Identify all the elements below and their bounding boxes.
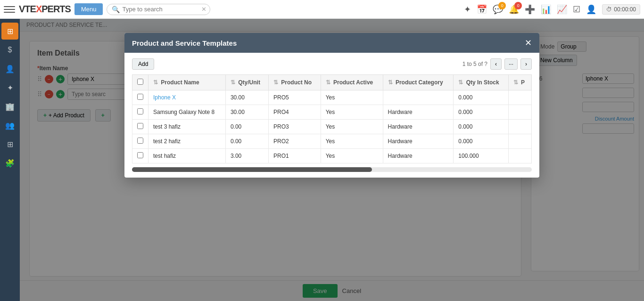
col-product-active: ⇅ Product Active [321,75,383,90]
table-row: Iphone X30.00PRO5Yes0.000 [132,90,532,105]
row-product-name-2: test 3 hafiz [149,120,226,134]
sort-icon-product-active: ⇅ [326,79,330,86]
row-active-1: Yes [321,105,383,120]
row-product_no-3: PRO2 [269,134,321,149]
sidebar-item-users[interactable]: 👥 [1,117,18,134]
row-checkbox-4[interactable] [137,152,143,158]
search-bar: 🔍 ✕ [107,4,210,15]
search-input[interactable] [122,6,201,13]
sort-icon-product-name: ⇅ [153,79,158,86]
nav-user-icon[interactable]: 👤 [586,4,596,15]
timer-icon: ⏱ [606,6,612,13]
modal-overlay: Product and Service Templates ✕ Add 1 to… [20,19,644,301]
select-all-checkbox[interactable] [137,79,143,85]
sidebar-item-profile[interactable]: 👤 [1,60,18,77]
row-category-1: Hardware [383,105,454,120]
col-product-active-label: Product Active [333,79,373,86]
nav-check-icon[interactable]: ☑ [573,4,580,15]
col-product-category-label: Product Category [396,79,443,86]
row-qty_stock-2: 0.000 [454,120,508,134]
sidebar-item-puzzle[interactable]: 🧩 [1,155,18,171]
col-product-no-label: Product No [281,79,312,86]
modal-table: ⇅ Product Name ⇅ Qty/Unit ⇅ [132,74,532,163]
sidebar-item-grid2[interactable]: ⊞ [1,136,18,153]
sidebar-item-star[interactable]: ✦ [1,79,18,96]
nav-crm-icon[interactable]: ✦ [464,4,471,15]
row-checkbox-1[interactable] [137,108,143,114]
sidebar: ⊞ $ 👤 ✦ 🏢 👥 ⊞ 🧩 [0,19,20,301]
timer-badge: ⏱ 00:00:00 [602,4,640,15]
row-extra-3 [508,134,531,149]
row-qty_stock-4: 100.000 [454,149,508,163]
col-product-name: ⇅ Product Name [149,75,226,90]
sort-icon-p: ⇅ [513,79,518,86]
pagination-next-button[interactable]: › [520,58,532,70]
row-extra-1 [508,105,531,120]
col-qty-unit: ⇅ Qty/Unit [225,75,268,90]
modal-close-button[interactable]: ✕ [525,39,532,47]
col-p-label: P [521,79,525,86]
nav-icons: ✦ 📅 💬 0 🔔 0 ➕ 📊 📈 ☑ 👤 ⏱ 00:00:00 [464,4,640,15]
modal-horizontal-scrollbar[interactable] [132,167,532,172]
nav-add-icon[interactable]: ➕ [525,4,535,15]
hamburger-menu[interactable] [4,4,15,15]
col-product-category: ⇅ Product Category [383,75,454,90]
row-extra-4 [508,149,531,163]
nav-chart-icon[interactable]: 📈 [557,4,567,15]
row-checkbox-2[interactable] [137,123,143,129]
nav-chat-icon[interactable]: 💬 0 [493,4,503,15]
search-icon: 🔍 [112,6,120,13]
sidebar-item-building[interactable]: 🏢 [1,98,18,115]
row-product_no-1: PRO4 [269,105,321,120]
modal-toolbar: Add 1 to 5 of ? ‹ ··· › [132,58,532,70]
row-extra-0 [508,90,531,105]
col-product-no: ⇅ Product No [269,75,321,90]
row-active-3: Yes [321,134,383,149]
menu-button[interactable]: Menu [74,3,103,15]
row-product-name-0[interactable]: Iphone X [149,90,226,105]
row-qty_unit-4: 3.00 [225,149,268,163]
modal-scrollbar-thumb [132,167,372,172]
row-checkbox-3[interactable] [137,138,143,144]
row-category-3: Hardware [383,134,454,149]
row-category-0 [383,90,454,105]
row-category-4: Hardware [383,149,454,163]
row-qty_stock-0: 0.000 [454,90,508,105]
nav-bell-icon[interactable]: 🔔 0 [509,4,519,15]
app-logo: VTEXPERTS [19,4,71,15]
search-clear-icon[interactable]: ✕ [201,6,206,13]
main-layout: ⊞ $ 👤 ✦ 🏢 👥 ⊞ 🧩 PRODUCT AND SERVICE TE..… [0,19,644,301]
row-product-name-4: test hafiz [149,149,226,163]
col-product-name-label: Product Name [161,79,199,86]
pagination-dots-button[interactable]: ··· [504,58,518,70]
pagination-prev-button[interactable]: ‹ [490,58,502,70]
row-product_no-0: PRO5 [269,90,321,105]
col-qty-in-stock: ⇅ Qty In Stock [454,75,508,90]
row-checkbox-0[interactable] [137,94,143,100]
col-qty-in-stock-label: Qty In Stock [466,79,499,86]
table-row: Samsung Galaxy Note 830.00PRO4YesHardwar… [132,105,532,120]
pagination-info: 1 to 5 of ? ‹ ··· › [462,58,532,70]
nav-reports-icon[interactable]: 📊 [541,4,551,15]
row-qty_stock-3: 0.000 [454,134,508,149]
main-content: PRODUCT AND SERVICE TE... Item Details *… [20,19,644,301]
row-category-2: Hardware [383,120,454,134]
col-p: ⇅ P [508,75,531,90]
sort-icon-qty-unit: ⇅ [231,79,235,86]
modal-table-area[interactable]: ⇅ Product Name ⇅ Qty/Unit ⇅ [132,74,532,163]
modal-title: Product and Service Templates [132,39,237,47]
sidebar-item-grid[interactable]: ⊞ [1,23,18,40]
row-product_no-4: PRO1 [269,149,321,163]
sort-icon-product-category: ⇅ [388,79,393,86]
row-qty_unit-2: 0.00 [225,120,268,134]
nav-calendar-icon[interactable]: 📅 [477,4,487,15]
row-product-name-1: Samsung Galaxy Note 8 [149,105,226,120]
modal-table-body: Iphone X30.00PRO5Yes0.000Samsung Galaxy … [132,90,532,163]
col-qty-unit-label: Qty/Unit [238,79,260,86]
sort-icon-qty-in-stock: ⇅ [458,79,463,86]
sort-icon-product-no: ⇅ [273,79,278,86]
row-active-2: Yes [321,120,383,134]
modal-add-button[interactable]: Add [132,58,154,70]
row-qty_stock-1: 0.000 [454,105,508,120]
sidebar-item-dollar[interactable]: $ [1,41,18,58]
